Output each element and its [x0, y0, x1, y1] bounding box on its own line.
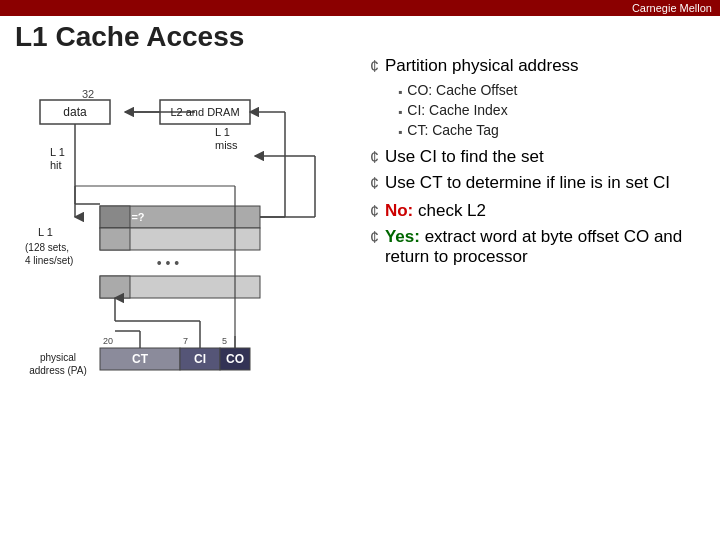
num5: 5 — [222, 336, 227, 346]
num7: 7 — [183, 336, 188, 346]
carnegie-mellon-label: Carnegie Mellon — [632, 2, 712, 14]
main-content: L1 Cache Access 32 — [0, 16, 720, 534]
bullet-partition: ¢ Partition physical address — [370, 56, 700, 76]
l1hit-label2: hit — [50, 159, 62, 171]
ci-text: CI — [194, 352, 206, 366]
bullet-partition-text: Partition physical address — [385, 56, 579, 76]
top-bar: Carnegie Mellon — [0, 0, 720, 16]
bit32-label: 32 — [82, 88, 94, 100]
bullet-use-ct-text: Use CT to determine if line is in set CI — [385, 173, 670, 193]
yes-content: Yes: extract word at byte offset CO and … — [385, 227, 700, 267]
sub-co-text: CO: Cache Offset — [407, 82, 517, 98]
l1miss-label: L 1 — [215, 126, 230, 138]
num20: 20 — [103, 336, 113, 346]
sq-icon-ct: ▪ — [398, 125, 402, 139]
sub-bullets-group: ▪ CO: Cache Offset ▪ CI: Cache Index ▪ C… — [398, 82, 700, 139]
svg-rect-9 — [100, 228, 130, 250]
bullet-circle-2: ¢ — [370, 149, 379, 167]
bullet-use-ct: ¢ Use CT to determine if line is in set … — [370, 173, 700, 193]
l1-label: L 1 — [38, 226, 53, 238]
sets-label: (128 sets, — [25, 242, 69, 253]
page-title: L1 Cache Access — [15, 21, 244, 53]
no-label: No: — [385, 201, 413, 221]
sq-icon-ci: ▪ — [398, 105, 402, 119]
sq-icon-co: ▪ — [398, 85, 402, 99]
diagram: 32 — [20, 76, 360, 496]
l1hit-label: L 1 — [50, 146, 65, 158]
bullet-circle-5: ¢ — [370, 229, 379, 247]
physical-label: physical — [40, 352, 76, 363]
ct-text: CT — [132, 352, 149, 366]
yes-label: Yes: — [385, 227, 420, 246]
sub-bullet-co: ▪ CO: Cache Offset — [398, 82, 700, 99]
bullet-use-ci-text: Use CI to find the set — [385, 147, 544, 167]
lines-label: 4 lines/set) — [25, 255, 73, 266]
co-text: CO — [226, 352, 244, 366]
no-text: check L2 — [418, 201, 486, 221]
sub-bullet-ct: ▪ CT: Cache Tag — [398, 122, 700, 139]
bullet-no: ¢ No: check L2 — [370, 201, 700, 221]
address-label: address (PA) — [29, 365, 87, 376]
right-panel: ¢ Partition physical address ▪ CO: Cache… — [360, 26, 700, 524]
l1miss-label2: miss — [215, 139, 238, 151]
bullet-circle-1: ¢ — [370, 58, 379, 76]
sub-bullet-ci: ▪ CI: Cache Index — [398, 102, 700, 119]
diagram-svg: 32 — [20, 76, 360, 496]
data-text: data — [63, 105, 87, 119]
yes-text: extract word at byte offset CO and retur… — [385, 227, 682, 266]
bullet-circle-4: ¢ — [370, 203, 379, 221]
svg-rect-11 — [100, 276, 130, 298]
sub-ct-text: CT: Cache Tag — [407, 122, 499, 138]
bullet-circle-3: ¢ — [370, 175, 379, 193]
svg-rect-7 — [100, 206, 130, 228]
l2dram-text: L2 and DRAM — [170, 106, 239, 118]
eq-question: =? — [131, 211, 144, 223]
dots: • • • — [157, 255, 180, 271]
bullet-yes: ¢ Yes: extract word at byte offset CO an… — [370, 227, 700, 267]
sub-ci-text: CI: Cache Index — [407, 102, 507, 118]
bullet-use-ci: ¢ Use CI to find the set — [370, 147, 700, 167]
diagram-panel: L1 Cache Access 32 — [20, 26, 360, 524]
